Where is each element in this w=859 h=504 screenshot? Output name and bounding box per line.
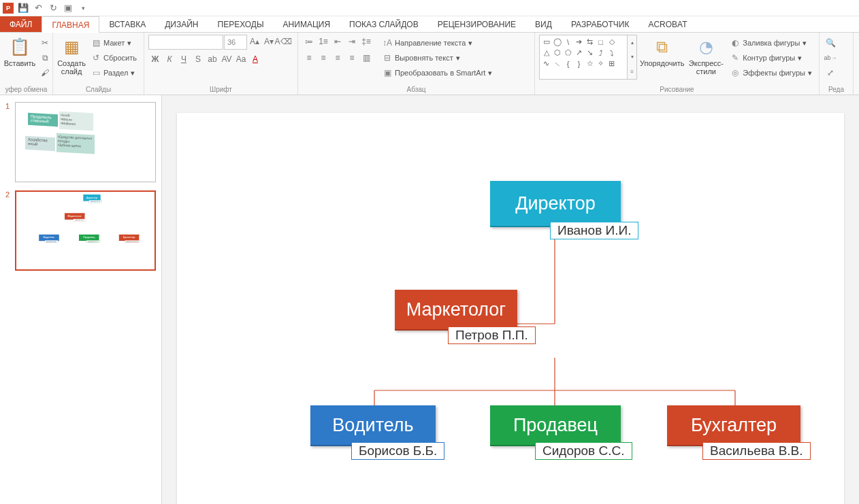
justify-icon[interactable]: ≡ [345, 51, 359, 65]
strike-icon[interactable]: S [191, 52, 205, 66]
format-painter-icon[interactable]: 🖌 [38, 66, 52, 80]
ribbon-tabs: ФАЙЛ ГЛАВНАЯ ВСТАВКА ДИЗАЙН ПЕРЕХОДЫ АНИ… [0, 16, 859, 33]
font-color-icon[interactable]: A [248, 52, 262, 66]
effects-label: Эффекты фигуры [743, 69, 805, 77]
reset-button[interactable]: ↺Сбросить [88, 51, 140, 65]
italic-icon[interactable]: К [163, 52, 176, 66]
group-slides-label: Слайды [53, 86, 144, 93]
tab-file[interactable]: ФАЙЛ [0, 16, 42, 32]
powerpoint-logo-icon: P [3, 3, 14, 14]
shape-effects-button[interactable]: ◎Эффекты фигуры ▾ [728, 66, 815, 80]
sub-accountant[interactable]: Васильева В.В. [702, 442, 811, 460]
slideshow-from-start-icon[interactable]: ▣ [63, 3, 74, 14]
ribbon: 📋 Вставить ✂ ⧉ 🖌 уфер обмена ▦ Создать с… [0, 33, 859, 95]
sub-director[interactable]: Иванов И.И. [550, 222, 638, 239]
smartart-icon: ▣ [383, 68, 392, 78]
thumbnail-1[interactable]: 1 Продоволь ственный •Хлеб •Масло •Майон… [5, 102, 156, 182]
quick-styles-icon: ◔ [695, 36, 717, 58]
bullets-icon[interactable]: ≔ [302, 35, 316, 48]
text-direction-label: Направление текста [395, 39, 466, 47]
arrange-button[interactable]: ⧉ Упорядочить [640, 35, 684, 67]
node-driver[interactable]: Водитель [310, 405, 436, 446]
columns-icon[interactable]: ▥ [359, 51, 373, 65]
font-name-input[interactable] [148, 35, 223, 50]
copy-icon[interactable]: ⧉ [38, 51, 52, 65]
tab-review[interactable]: РЕЦЕНЗИРОВАНИЕ [428, 16, 525, 32]
align-right-icon[interactable]: ≡ [331, 51, 344, 65]
save-icon[interactable]: 💾 [18, 3, 29, 14]
bold-icon[interactable]: Ж [148, 52, 162, 66]
reset-label: Сбросить [103, 54, 137, 62]
slide-canvas[interactable]: Директор Иванов И.И. Маркетолог Петров П… [177, 113, 844, 504]
thumb1-tag-b: Хозяйстве нный [25, 136, 55, 151]
group-font: 36 A▴ A▾ A⌫ Ж К Ч S ab AV Aa A Шрифт [144, 33, 298, 95]
node-director[interactable]: Директор [490, 181, 621, 227]
shape-fill-button[interactable]: ◐Заливка фигуры ▾ [728, 36, 815, 50]
select-icon[interactable]: ⤢ [824, 66, 837, 80]
shadow-icon[interactable]: ab [206, 52, 219, 66]
tab-transitions[interactable]: ПЕРЕХОДЫ [208, 16, 274, 32]
tab-acrobat[interactable]: ACROBAT [638, 16, 696, 32]
tab-view[interactable]: ВИД [525, 16, 562, 32]
node-marketolog[interactable]: Маркетолог [395, 290, 517, 331]
font-size-input[interactable]: 36 [224, 35, 247, 50]
group-editing: 🔍 ab→ ⤢ Реда [820, 33, 854, 95]
new-slide-button[interactable]: ▦ Создать слайд [57, 35, 86, 75]
sub-driver[interactable]: Борисов Б.Б. [351, 442, 444, 460]
new-slide-icon: ▦ [61, 36, 82, 58]
thumb1-tag-a: Продоволь ственный [28, 113, 58, 127]
tab-developer[interactable]: РАЗРАБОТЧИК [562, 16, 639, 32]
layout-button[interactable]: ▤Макет ▾ [88, 36, 140, 50]
indent-inc-icon[interactable]: ⇥ [345, 35, 359, 48]
redo-icon[interactable]: ↻ [48, 3, 59, 14]
sub-marketolog[interactable]: Петров П.П. [448, 326, 536, 344]
quick-styles-button[interactable]: ◔ Экспресс-стили [687, 35, 725, 75]
undo-icon[interactable]: ↶ [33, 3, 44, 14]
text-direction-button[interactable]: ↕AНаправление текста ▾ [380, 36, 495, 50]
tab-design[interactable]: ДИЗАЙН [155, 16, 208, 32]
tab-home[interactable]: ГЛАВНАЯ [42, 16, 99, 33]
numbering-icon[interactable]: 1≡ [317, 35, 330, 48]
tab-animation[interactable]: АНИМАЦИЯ [274, 16, 340, 32]
grow-font-icon[interactable]: A▴ [248, 35, 261, 48]
qat-customize-icon[interactable]: ▾ [78, 3, 88, 14]
slide-canvas-area[interactable]: Директор Иванов И.И. Маркетолог Петров П… [162, 95, 859, 504]
workspace: 1 Продоволь ственный •Хлеб •Масло •Майон… [0, 95, 859, 504]
convert-smartart-button[interactable]: ▣Преобразовать в SmartArt ▾ [380, 66, 495, 80]
case-icon[interactable]: Aa [234, 52, 248, 66]
cut-icon[interactable]: ✂ [38, 36, 52, 50]
indent-dec-icon[interactable]: ⇤ [331, 35, 344, 48]
node-accountant[interactable]: Бухгалтер [667, 405, 800, 446]
shrink-font-icon[interactable]: A▾ [262, 35, 276, 48]
underline-icon[interactable]: Ч [177, 52, 191, 66]
shapes-gallery[interactable]: ▭◯\➔⇆□◇ △⬡⬠↗↘⤴⤵ ∿⟍{}☆✧⊞ [539, 35, 628, 80]
shape-outline-button[interactable]: ✎Контур фигуры ▾ [728, 51, 815, 65]
tab-slideshow[interactable]: ПОКАЗ СЛАЙДОВ [340, 16, 428, 32]
thumb-2-preview: Директор Иванов И.И. Маркетолог Петров П… [15, 190, 156, 271]
align-text-icon: ⊟ [383, 53, 392, 63]
sub-seller[interactable]: Сидоров С.С. [535, 442, 632, 460]
find-icon[interactable]: 🔍 [824, 36, 837, 50]
quick-styles-label: Экспресс-стили [687, 59, 725, 75]
new-slide-label: Создать слайд [57, 59, 86, 75]
clear-format-icon[interactable]: A⌫ [276, 35, 290, 48]
replace-icon[interactable]: ab→ [824, 51, 837, 65]
group-paragraph: ≔ 1≡ ⇤ ⇥ ‡≡ ≡ ≡ ≡ ≡ ▥ ↕AНаправление текс… [298, 33, 535, 95]
thumbnail-2[interactable]: 2 Директор Иванов И.И. Маркетолог Петров… [5, 190, 156, 271]
layout-label: Макет [103, 39, 125, 47]
outline-icon: ✎ [730, 53, 740, 63]
align-center-icon[interactable]: ≡ [317, 51, 330, 65]
line-spacing-icon[interactable]: ‡≡ [359, 35, 373, 48]
paste-button[interactable]: 📋 Вставить [4, 35, 35, 67]
group-drawing: ▭◯\➔⇆□◇ △⬡⬠↗↘⤴⤵ ∿⟍{}☆✧⊞ ▴▾≡ ⧉ Упорядочит… [535, 33, 820, 95]
align-left-icon[interactable]: ≡ [302, 51, 316, 65]
shapes-gallery-scroll[interactable]: ▴▾≡ [628, 35, 637, 80]
tab-insert[interactable]: ВСТАВКА [99, 16, 155, 32]
section-button[interactable]: ▭Раздел ▾ [88, 66, 140, 80]
slide-thumbnails-panel: 1 Продоволь ственный •Хлеб •Масло •Майон… [0, 95, 162, 504]
spacing-icon[interactable]: AV [220, 52, 233, 66]
thumb-number: 1 [5, 102, 12, 182]
node-seller[interactable]: Продавец [490, 405, 621, 446]
align-text-button[interactable]: ⊟Выровнять текст ▾ [380, 51, 495, 65]
outline-label: Контур фигуры [743, 54, 795, 62]
